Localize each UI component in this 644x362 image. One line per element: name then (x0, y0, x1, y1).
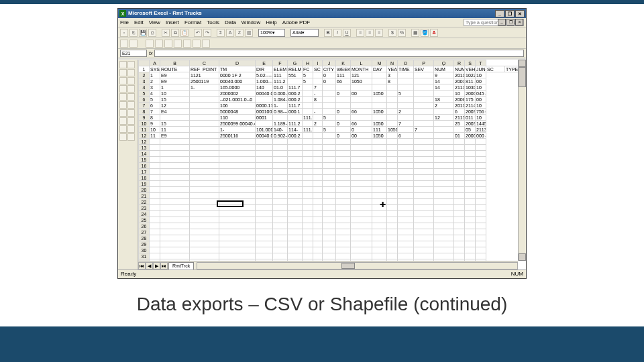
cell[interactable] (387, 175, 398, 181)
cell[interactable] (190, 211, 219, 217)
cell[interactable]: REF_POINT (190, 66, 219, 72)
cell[interactable]: 121 (351, 72, 372, 78)
cell[interactable] (387, 115, 398, 121)
cell[interactable] (465, 151, 476, 157)
cell[interactable]: 2 (150, 78, 160, 84)
percent-icon[interactable]: % (398, 29, 406, 37)
cell[interactable] (313, 187, 323, 193)
cell[interactable] (313, 145, 323, 151)
cell[interactable] (454, 247, 465, 253)
cell[interactable] (323, 109, 336, 115)
cell[interactable] (454, 199, 465, 205)
cell[interactable]: 3 (150, 84, 160, 90)
cell[interactable]: 0000 1F 2 (219, 72, 256, 78)
cell[interactable]: 8 (313, 97, 323, 103)
cell[interactable]: 2011 (454, 72, 465, 78)
row-header[interactable]: 10 (139, 121, 150, 127)
cell[interactable] (273, 169, 288, 175)
cell[interactable] (288, 229, 303, 235)
cell[interactable] (372, 241, 387, 247)
cell[interactable] (387, 157, 398, 163)
row-header[interactable]: 27 (139, 229, 150, 235)
cell[interactable]: 2011 (454, 103, 465, 109)
cell[interactable] (323, 241, 336, 247)
cell[interactable] (160, 139, 190, 145)
cell[interactable]: 1050 (372, 121, 387, 127)
cell[interactable]: RELM (288, 66, 303, 72)
save-icon[interactable]: 💾 (139, 29, 147, 37)
review-icon-5[interactable] (183, 40, 191, 48)
cell[interactable] (288, 247, 303, 253)
cell[interactable] (434, 199, 454, 205)
draw-tool-icon[interactable] (127, 125, 135, 133)
cell[interactable] (323, 247, 336, 253)
align-left-icon[interactable]: ≡ (356, 29, 364, 37)
cell[interactable] (273, 217, 288, 223)
cell[interactable] (273, 235, 288, 241)
cell[interactable] (219, 241, 256, 247)
cell[interactable] (387, 90, 398, 97)
cell[interactable] (323, 133, 336, 139)
cell[interactable] (398, 205, 414, 211)
cell[interactable] (387, 84, 398, 90)
cell[interactable] (476, 169, 486, 175)
cell[interactable] (434, 145, 454, 151)
cell[interactable] (288, 205, 303, 211)
cell[interactable] (256, 151, 273, 157)
cell[interactable] (434, 133, 454, 139)
cell[interactable] (160, 115, 190, 121)
cell[interactable] (398, 151, 414, 157)
zoom-box[interactable]: 100%▾ (258, 29, 285, 37)
cell[interactable] (465, 241, 476, 247)
draw-tool-icon[interactable] (127, 77, 135, 84)
cell[interactable] (323, 229, 336, 235)
cell[interactable] (465, 145, 476, 151)
cell[interactable] (303, 163, 313, 169)
cell[interactable] (190, 169, 219, 175)
cell[interactable] (372, 205, 387, 211)
cell[interactable] (414, 103, 434, 109)
cell[interactable]: DAY (372, 66, 387, 72)
pdf-toolbar-icon[interactable] (120, 40, 128, 48)
column-header[interactable]: K (336, 60, 351, 66)
cell[interactable] (273, 247, 288, 253)
cell[interactable] (465, 235, 476, 241)
cell[interactable] (454, 193, 465, 199)
cell[interactable] (219, 187, 256, 193)
draw-tool-icon[interactable] (119, 85, 127, 93)
cell[interactable] (256, 211, 273, 217)
cell[interactable] (414, 199, 434, 205)
cell[interactable] (219, 157, 256, 163)
cell[interactable] (398, 157, 414, 163)
cell[interactable] (303, 103, 313, 109)
cell[interactable] (323, 223, 336, 229)
bold-icon[interactable]: B (324, 29, 332, 37)
cell[interactable]: - (313, 90, 323, 97)
cell[interactable]: 011 9 (465, 115, 476, 121)
cell[interactable]: FC (303, 66, 313, 72)
cell[interactable] (372, 193, 387, 199)
cell[interactable] (398, 97, 414, 103)
cell[interactable]: 15 (160, 97, 190, 103)
cell[interactable]: 2000 (465, 133, 476, 139)
cell[interactable]: 9 (150, 121, 160, 127)
cell[interactable] (323, 235, 336, 241)
cell[interactable] (351, 163, 372, 169)
cell[interactable] (219, 199, 256, 205)
cell[interactable] (351, 217, 372, 223)
cell[interactable]: 14 (434, 78, 454, 84)
cell[interactable] (476, 181, 486, 187)
column-header[interactable]: P (414, 60, 434, 66)
cell[interactable] (336, 211, 351, 217)
cell[interactable]: 1445 4 (476, 121, 486, 127)
cell[interactable]: 2113 (476, 127, 486, 133)
cell[interactable] (387, 241, 398, 247)
cell[interactable]: 00040.000 (219, 78, 256, 84)
cell[interactable] (336, 163, 351, 169)
cell[interactable] (414, 247, 434, 253)
row-header[interactable]: 8 (139, 109, 150, 115)
cell[interactable] (190, 205, 219, 211)
column-header[interactable]: B (160, 60, 190, 66)
cell[interactable]: 9 (434, 72, 454, 78)
cell[interactable] (387, 205, 398, 211)
